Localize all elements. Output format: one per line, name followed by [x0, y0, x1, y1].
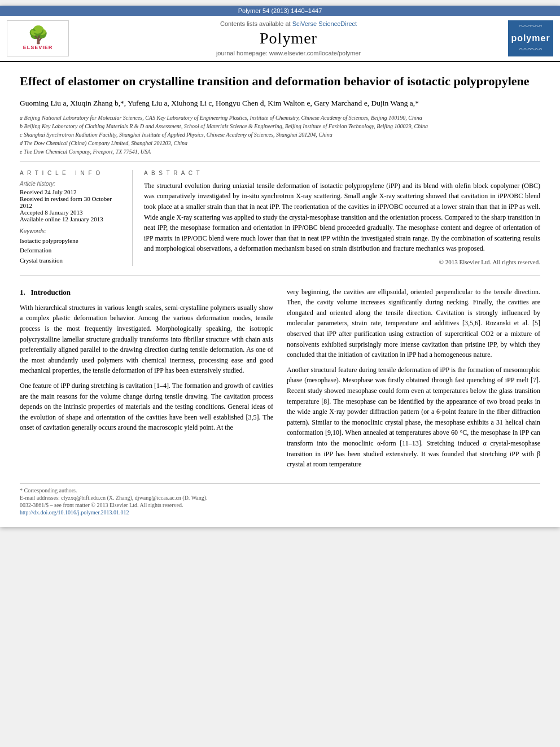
polymer-wave-icon: 〰〰 [519, 20, 542, 33]
authors-line: Guoming Liu a, Xiuqin Zhang b,*, Yufeng … [20, 98, 540, 109]
article-title: Effect of elastomer on crystalline trans… [20, 73, 540, 90]
journal-homepage: journal homepage: www.elsevier.com/locat… [216, 50, 361, 56]
affiliation-d: d The Dow Chemical (China) Company Limit… [20, 139, 540, 147]
intro-title: 1. Introduction [20, 287, 273, 298]
abstract-text: The structural evolution during uniaxial… [144, 181, 540, 254]
abstract-label: A B S T R A C T [144, 170, 540, 176]
intro-p2: One feature of iPP during stretching is … [20, 381, 273, 433]
history-label: Article history: [20, 181, 124, 187]
intro-p1: With hierarchical structures in various … [20, 303, 273, 376]
polymer-brand-logo: 〰〰 polymer 〰〰 [508, 20, 553, 56]
article-info-col: A R T I C L E I N F O Article history: R… [20, 170, 133, 266]
article-history-block: Article history: Received 24 July 2012 R… [20, 181, 124, 222]
authors-text: Guoming Liu a, Xiuqin Zhang b,*, Yufeng … [20, 99, 419, 107]
intro-p4: Another structural feature during tensil… [287, 365, 540, 470]
article-page: Polymer 54 (2013) 1440–1447 🌳 ELSEVIER C… [0, 6, 560, 527]
body-col-right: very beginning, the cavities are ellipso… [287, 287, 540, 474]
body-col-left: 1. Introduction With hierarchical struct… [20, 287, 273, 474]
abstract-col: A B S T R A C T The structural evolution… [144, 170, 540, 266]
affiliation-e: e The Dow Chemical Company, Freeport, TX… [20, 147, 540, 156]
body-text-section: 1. Introduction With hierarchical struct… [20, 287, 540, 474]
info-abstract-section: A R T I C L E I N F O Article history: R… [20, 170, 540, 276]
journal-title: Polymer [260, 29, 317, 47]
article-info-label: A R T I C L E I N F O [20, 170, 124, 176]
email-note: E-mail addresses: clyzxq@bift.edu.cn (X.… [20, 495, 540, 501]
vol-text: Polymer 54 (2013) 1440–1447 [238, 7, 322, 14]
elsevier-logo: 🌳 ELSEVIER [7, 20, 69, 56]
copyright-line: © 2013 Elsevier Ltd. All rights reserved… [144, 259, 540, 265]
elsevier-tree-icon: 🌳 [28, 27, 49, 43]
affiliations-block: a Beijing National Laboratory for Molecu… [20, 113, 540, 162]
page-footer: * Corresponding authors. E-mail addresse… [20, 483, 540, 516]
doi-link[interactable]: http://dx.doi.org/10.1016/j.polymer.2013… [20, 509, 129, 516]
keywords-label: Keywords: [20, 228, 124, 234]
available-date: Available online 12 January 2013 [20, 216, 124, 222]
received-date: Received 24 July 2012 [20, 189, 124, 195]
sciverse-line: Contents lists available at SciVerse Sci… [220, 20, 357, 27]
sciverse-link[interactable]: SciVerse ScienceDirect [292, 20, 357, 27]
affiliation-a: a Beijing National Laboratory for Molecu… [20, 113, 540, 122]
keywords-list: Isotactic polypropylene Deformation Crys… [20, 236, 124, 266]
elsevier-label: ELSEVIER [23, 45, 53, 50]
homepage-text: journal homepage: www.elsevier.com/locat… [216, 50, 361, 56]
main-content: Effect of elastomer on crystalline trans… [0, 62, 560, 527]
keyword-3: Crystal transition [20, 256, 124, 266]
corresponding-note: * Corresponding authors. [20, 487, 540, 493]
keyword-2: Deformation [20, 246, 124, 256]
intro-p3: very beginning, the cavities are ellipso… [287, 287, 540, 360]
contents-text: Contents lists available at [220, 20, 291, 27]
section-title-text: Introduction [31, 288, 71, 296]
journal-header: 🌳 ELSEVIER Contents lists available at S… [0, 16, 560, 62]
issn-note: 0032-3861/$ – see front matter © 2013 El… [20, 502, 540, 508]
polymer-brand-title: polymer [511, 33, 550, 43]
journal-center: Contents lists available at SciVerse Sci… [76, 20, 501, 56]
journal-vol-bar: Polymer 54 (2013) 1440–1447 [0, 6, 560, 16]
section-num: 1. [20, 288, 25, 296]
polymer-wave-icon2: 〰〰 [519, 43, 542, 56]
affiliation-c: c Shanghai Synchrotron Radiation Facilit… [20, 130, 540, 139]
affiliation-b: b Beijing Key Laboratory of Clothing Mat… [20, 122, 540, 130]
accepted-date: Accepted 8 January 2013 [20, 209, 124, 216]
keyword-1: Isotactic polypropylene [20, 236, 124, 246]
revised-date: Received in revised form 30 October 2012 [20, 195, 124, 209]
